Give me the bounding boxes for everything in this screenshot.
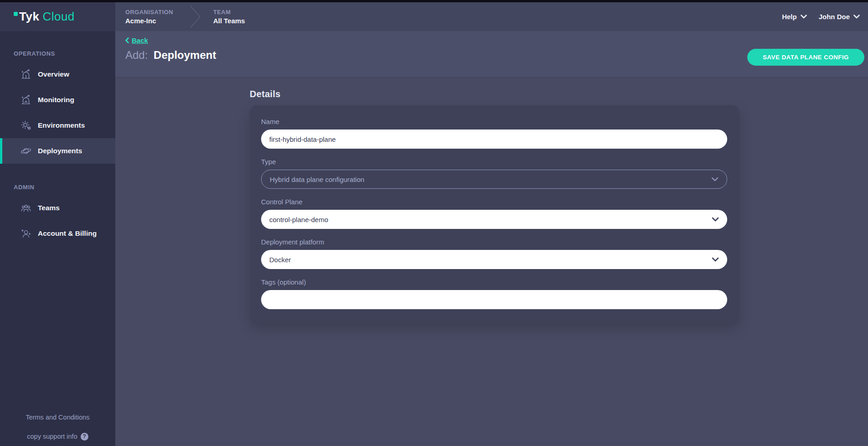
control-plane-field: Control Plane control-plane-demo: [261, 198, 728, 229]
type-select-value: Hybrid data plane configuration: [270, 176, 365, 183]
sidebar-section-operations: OPERATIONS: [14, 50, 115, 57]
body-row: OPERATIONS Overview Monitoring Environme…: [0, 31, 868, 446]
team-value: All Teams: [213, 17, 245, 25]
name-field: Name: [261, 118, 728, 149]
page-title-main: Deployment: [154, 49, 216, 61]
organisation-value: Acme-Inc: [125, 17, 173, 25]
type-select: Hybrid data plane configuration: [261, 170, 727, 189]
sidebar-item-account-billing[interactable]: Account & Billing: [0, 221, 115, 246]
chevron-left-icon: [125, 37, 129, 43]
topbar-right: Help John Doe: [782, 13, 860, 21]
details-form: Details Name Type Hybrid data plane conf…: [250, 89, 740, 323]
user-name: John Doe: [819, 13, 850, 21]
sidebar-section-admin: ADMIN: [14, 184, 115, 191]
back-label: Back: [132, 36, 148, 44]
logo-product-text: Cloud: [42, 10, 74, 24]
breadcrumb-bar: ORGANISATION Acme-Inc TEAM All Teams Hel…: [115, 2, 868, 31]
logo-brand-text: Tyk: [19, 10, 39, 24]
copy-support-info-link[interactable]: copy support info ?: [27, 433, 88, 441]
chevron-down-icon: [853, 15, 860, 19]
sidebar: OPERATIONS Overview Monitoring Environme…: [0, 31, 115, 446]
page-header: Back Add: Deployment SAVE DATA PLANE CON…: [115, 31, 868, 78]
page-title-prefix: Add:: [125, 49, 148, 61]
back-link[interactable]: Back: [125, 36, 148, 44]
main-content: Back Add: Deployment SAVE DATA PLANE CON…: [115, 31, 868, 446]
terms-label: Terms and Conditions: [26, 414, 89, 421]
save-data-plane-config-button[interactable]: SAVE DATA PLANE CONFIG: [747, 49, 864, 66]
type-label: Type: [261, 158, 728, 166]
control-plane-select[interactable]: control-plane-demo: [261, 210, 727, 229]
chevron-down-icon: [711, 177, 719, 182]
support-label: copy support info: [27, 433, 77, 440]
sidebar-item-overview[interactable]: Overview: [0, 62, 115, 87]
monitoring-icon: [20, 94, 32, 106]
tags-field: Tags (optional): [261, 278, 728, 309]
help-label: Help: [782, 13, 797, 21]
name-label: Name: [261, 118, 728, 125]
sidebar-item-deployments[interactable]: Deployments: [0, 138, 115, 164]
deployment-platform-select-value: Docker: [269, 256, 291, 264]
sidebar-item-label: Account & Billing: [38, 229, 97, 238]
tags-input[interactable]: [261, 290, 727, 309]
tyk-cloud-logo[interactable]: Tyk Cloud: [14, 10, 75, 24]
breadcrumb-organisation[interactable]: ORGANISATION Acme-Inc: [125, 9, 173, 25]
sidebar-item-label: Environments: [38, 121, 85, 130]
control-plane-select-value: control-plane-demo: [269, 216, 328, 223]
sidebar-item-label: Overview: [38, 70, 69, 78]
control-plane-label: Control Plane: [261, 198, 728, 206]
sidebar-item-label: Teams: [38, 204, 60, 212]
deployment-platform-field: Deployment platform Docker: [261, 238, 728, 269]
details-card: Name Type Hybrid data plane configuratio…: [250, 105, 740, 323]
gear-orbit-icon: [20, 119, 32, 131]
chevron-down-icon: [712, 257, 719, 262]
sidebar-item-environments[interactable]: Environments: [0, 113, 115, 138]
app-window: Tyk Cloud ORGANISATION Acme-Inc TEAM All…: [0, 0, 868, 446]
user-menu[interactable]: John Doe: [819, 13, 860, 21]
question-mark-icon: ?: [81, 433, 88, 441]
person-sparkle-icon: [20, 228, 32, 239]
sidebar-item-teams[interactable]: Teams: [0, 195, 115, 221]
breadcrumb-chevron-icon: [190, 5, 201, 29]
tyk-logo-mark-icon: [14, 12, 18, 16]
breadcrumb-team[interactable]: TEAM All Teams: [213, 9, 245, 25]
sidebar-item-label: Deployments: [38, 147, 82, 155]
tags-label: Tags (optional): [261, 278, 728, 286]
details-section-title: Details: [250, 89, 740, 99]
chevron-down-icon: [801, 15, 807, 19]
name-input[interactable]: [261, 130, 727, 149]
deployment-platform-label: Deployment platform: [261, 238, 728, 246]
sidebar-item-monitoring[interactable]: Monitoring: [0, 87, 115, 113]
observatory-icon: [20, 68, 32, 80]
page-body: Details Name Type Hybrid data plane conf…: [115, 78, 868, 446]
planet-icon: [20, 145, 32, 157]
top-chrome: Tyk Cloud ORGANISATION Acme-Inc TEAM All…: [0, 2, 868, 31]
chevron-down-icon: [712, 217, 719, 222]
help-menu[interactable]: Help: [782, 13, 807, 21]
sidebar-item-label: Monitoring: [38, 96, 74, 104]
terms-and-conditions-link[interactable]: Terms and Conditions: [26, 414, 89, 421]
people-icon: [20, 202, 32, 214]
logo-block: Tyk Cloud: [0, 2, 115, 31]
type-field: Type Hybrid data plane configuration: [261, 158, 728, 189]
organisation-label: ORGANISATION: [125, 9, 173, 16]
team-label: TEAM: [213, 9, 245, 16]
deployment-platform-select[interactable]: Docker: [261, 250, 727, 269]
sidebar-footer: Terms and Conditions copy support info ?: [0, 413, 115, 441]
